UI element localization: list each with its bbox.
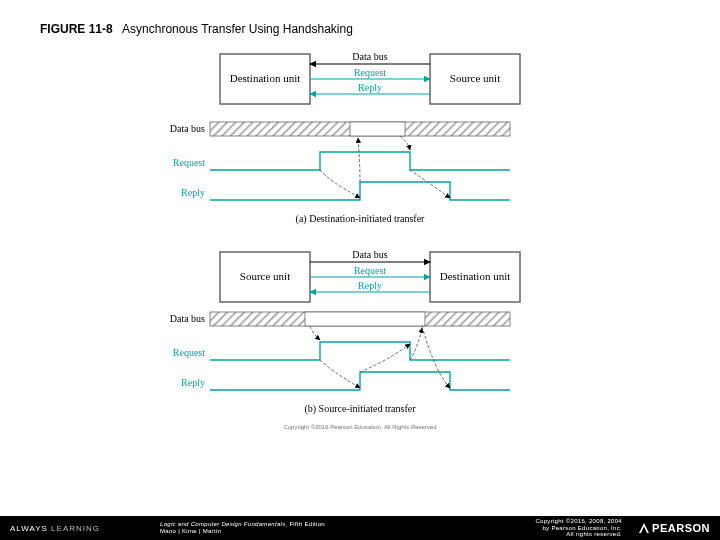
- top-timing-databus-label: Data bus: [170, 123, 205, 134]
- svg-rect-14: [305, 312, 425, 326]
- diagram-svg: Destination unit Source unit Data bus Re…: [150, 44, 570, 504]
- footer-copyright-line1: Copyright ©2016, 2008, 2004: [535, 518, 622, 524]
- top-databus-label: Data bus: [352, 51, 387, 62]
- bottom-block-diagram: Source unit Destination unit Data bus Re…: [220, 249, 520, 302]
- bottom-timing-databus-label: Data bus: [170, 313, 205, 324]
- top-caption: (a) Destination-initiated transfer: [296, 213, 426, 225]
- bottom-left-unit-label: Source unit: [240, 270, 290, 282]
- pearson-logo: PEARSON: [638, 522, 710, 534]
- bottom-caption: (b) Source-initiated transfer: [304, 403, 416, 415]
- top-right-unit-label: Source unit: [450, 72, 500, 84]
- top-timing-request-label: Request: [173, 157, 205, 168]
- footer-copyright-line3: All rights reserved.: [566, 531, 622, 537]
- figure-number: FIGURE 11-8: [40, 22, 113, 36]
- footer-edition: , Fifth Edition: [285, 521, 325, 527]
- top-reply-label: Reply: [358, 82, 382, 93]
- inner-copyright: Copyright ©2016 Pearson Education, All R…: [283, 424, 436, 430]
- footer-book-info: Logic and Computer Design Fundamentals, …: [160, 521, 325, 534]
- footer-book-title: Logic and Computer Design Fundamentals: [160, 521, 285, 527]
- bottom-databus-label: Data bus: [352, 249, 387, 260]
- bottom-right-unit-label: Destination unit: [440, 270, 511, 282]
- bottom-reply-label: Reply: [358, 280, 382, 291]
- footer-bar: ALWAYS LEARNING Logic and Computer Desig…: [0, 516, 720, 540]
- top-block-diagram: Destination unit Source unit Data bus Re…: [220, 51, 520, 104]
- bottom-timing-reply-label: Reply: [181, 377, 205, 388]
- diagram-area: Destination unit Source unit Data bus Re…: [40, 44, 680, 504]
- top-timing-diagram: Data bus Request Reply (a) Destination-i…: [170, 122, 510, 225]
- pearson-logo-icon: [638, 522, 650, 534]
- footer-copyright-line2: by Pearson Education, Inc.: [542, 525, 622, 531]
- always-learning: ALWAYS LEARNING: [10, 524, 100, 533]
- footer-authors: Mano | Kime | Martin: [160, 528, 221, 534]
- figure-title: Asynchronous Transfer Using Handshaking: [122, 22, 353, 36]
- svg-rect-7: [350, 122, 405, 136]
- figure-header: FIGURE 11-8 Asynchronous Transfer Using …: [40, 22, 680, 36]
- footer-copyright: Copyright ©2016, 2008, 2004 by Pearson E…: [535, 518, 622, 538]
- pearson-brand-text: PEARSON: [652, 522, 710, 534]
- top-left-unit-label: Destination unit: [230, 72, 301, 84]
- bottom-timing-diagram: Data bus Request Reply (b) Source-initia…: [170, 312, 510, 415]
- top-timing-reply-label: Reply: [181, 187, 205, 198]
- bottom-request-label: Request: [354, 265, 386, 276]
- bottom-timing-request-label: Request: [173, 347, 205, 358]
- top-request-label: Request: [354, 67, 386, 78]
